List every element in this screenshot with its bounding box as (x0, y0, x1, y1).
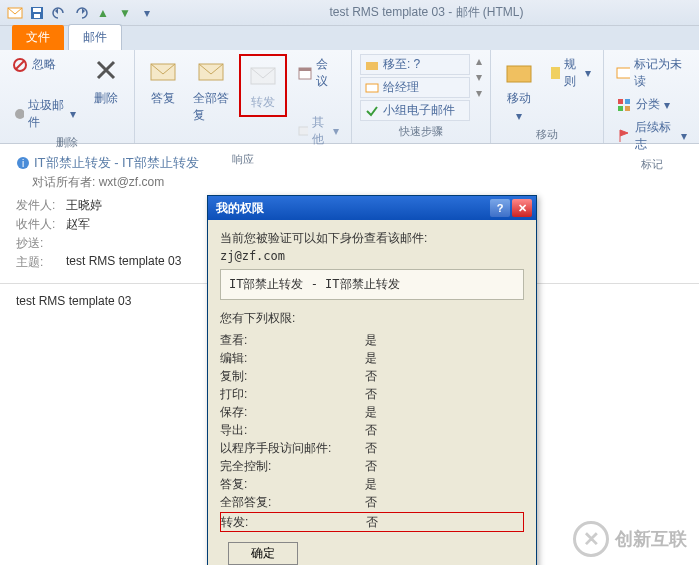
watermark-text: 创新互联 (615, 527, 687, 551)
next-icon[interactable]: ▼ (116, 4, 134, 22)
svg-rect-20 (618, 106, 623, 111)
perm-v: 否 (365, 367, 377, 385)
restriction-banner: i IT部禁止转发 - IT部禁止转发 (16, 154, 683, 172)
other-icon (297, 123, 308, 139)
svg-text:i: i (22, 158, 24, 169)
dialog-intro: 当前您被验证可以如下身份查看该邮件: (220, 230, 524, 247)
perm-k: 转发: (221, 513, 366, 531)
chevron-down-icon: ▾ (70, 107, 76, 121)
tab-file[interactable]: 文件 (12, 25, 64, 50)
reply-label: 答复 (151, 90, 175, 107)
undo-icon[interactable] (50, 4, 68, 22)
categorize-button[interactable]: 分类▾ (612, 94, 691, 115)
perm-v: 否 (365, 421, 377, 439)
categorize-icon (616, 97, 632, 113)
svg-rect-3 (34, 14, 40, 18)
to-label: 收件人: (16, 216, 66, 233)
meeting-button[interactable]: 会议 (293, 54, 343, 92)
chevron-down-icon: ▾ (585, 66, 591, 80)
delete-label: 删除 (94, 90, 118, 107)
reply-all-icon (195, 56, 227, 88)
owner-row: 对话所有者: wxt@zf.com (32, 174, 683, 191)
chevron-down-icon: ▾ (333, 124, 339, 138)
subject-label: 主题: (16, 254, 66, 271)
qs-to-manager-label: 给经理 (383, 79, 419, 96)
chevron-down-icon: ▾ (681, 129, 687, 143)
mark-unread-button[interactable]: 标记为未读 (612, 54, 691, 92)
chevron-down-icon: ▾ (516, 109, 522, 123)
dialog-title-text: 我的权限 (216, 200, 264, 217)
restriction-text: IT部禁止转发 - IT部禁止转发 (34, 154, 199, 172)
svg-rect-11 (299, 68, 311, 71)
qs-team-mail[interactable]: 小组电子邮件 (360, 100, 470, 121)
info-icon: i (16, 156, 30, 170)
perm-v: 是 (365, 349, 377, 367)
reply-all-button[interactable]: 全部答复 (189, 54, 233, 126)
svg-rect-17 (617, 68, 630, 78)
perm-k: 以程序手段访问邮件: (220, 439, 365, 457)
perm-v: 否 (365, 439, 377, 457)
forward-highlight: 转发 (239, 54, 287, 117)
ignore-button[interactable]: 忽略 (8, 54, 80, 75)
followup-button[interactable]: 后续标志▾ (612, 117, 691, 155)
reply-button[interactable]: 答复 (143, 54, 183, 109)
group-delete-label: 删除 (8, 133, 126, 152)
ignore-icon (12, 57, 28, 73)
prev-icon[interactable]: ▲ (94, 4, 112, 22)
from-value: 王晓婷 (66, 197, 102, 214)
perm-k: 编辑: (220, 349, 365, 367)
owner-label: 对话所有者: (32, 175, 99, 189)
svg-rect-12 (299, 127, 308, 135)
group-mark-label: 标记 (612, 155, 691, 174)
qs-expand-icon[interactable]: ▾ (476, 86, 482, 100)
perm-v: 否 (365, 385, 377, 403)
perm-k: 打印: (220, 385, 365, 403)
qs-to-manager[interactable]: 给经理 (360, 77, 470, 98)
ribbon: 忽略 垃圾邮件▾ 删除 删除 答复 全部答复 (0, 50, 699, 144)
move-button[interactable]: 移动 ▾ (499, 54, 539, 125)
perm-table: 查看:是 编辑:是 复制:否 打印:否 保存:是 导出:否 以程序手段访问邮件:… (220, 331, 524, 532)
qs-moveto-label: 移至: ? (383, 56, 420, 73)
rules-button[interactable]: 规则▾ (545, 54, 595, 92)
perm-k: 全部答复: (220, 493, 365, 511)
perm-v: 是 (365, 403, 377, 421)
save-icon[interactable] (28, 4, 46, 22)
perm-k: 导出: (220, 421, 365, 439)
tab-mail[interactable]: 邮件 (68, 24, 122, 50)
group-move: 移动 ▾ 规则▾ 移动 (491, 50, 604, 143)
qs-scroll-down-icon[interactable]: ▾ (476, 70, 482, 84)
perm-v: 是 (365, 475, 377, 493)
group-mark: 标记为未读 分类▾ 后续标志▾ 标记 (604, 50, 699, 143)
close-button[interactable]: ✕ (512, 199, 532, 217)
group-quicksteps: 移至: ? 给经理 小组电子邮件 ▴ ▾ ▾ 快速步骤 (352, 50, 491, 143)
group-move-label: 移动 (499, 125, 595, 144)
quick-access-toolbar: ▲ ▼ ▾ test RMS template 03 - 邮件 (HTML) (0, 0, 699, 26)
reply-all-label: 全部答复 (193, 90, 229, 124)
move-label: 移动 (507, 90, 531, 107)
ribbon-tabs: 文件 邮件 (0, 26, 699, 50)
perm-v: 否 (365, 457, 377, 475)
delete-button[interactable]: 删除 (86, 54, 126, 109)
qs-moveto[interactable]: 移至: ? (360, 54, 470, 75)
group-delete: 忽略 垃圾邮件▾ 删除 删除 (0, 50, 135, 143)
help-button[interactable]: ? (490, 199, 510, 217)
svg-rect-14 (366, 84, 378, 92)
perm-v: 是 (365, 331, 377, 349)
other-button[interactable]: 其他▾ (293, 112, 343, 150)
customize-qat-icon[interactable]: ▾ (138, 4, 156, 22)
junk-button[interactable]: 垃圾邮件▾ (8, 95, 80, 133)
categorize-label: 分类 (636, 96, 660, 113)
forward-button[interactable]: 转发 (243, 58, 283, 113)
permissions-dialog: 我的权限 ? ✕ 当前您被验证可以如下身份查看该邮件: zj@zf.com IT… (207, 195, 537, 565)
owner-value: wxt@zf.com (99, 175, 165, 189)
perm-k: 答复: (220, 475, 365, 493)
qs-scroll-up-icon[interactable]: ▴ (476, 54, 482, 68)
redo-icon[interactable] (72, 4, 90, 22)
perm-highlight-row: 转发:否 (220, 512, 524, 532)
from-label: 发件人: (16, 197, 66, 214)
svg-rect-16 (551, 67, 560, 79)
svg-rect-19 (625, 99, 630, 104)
ok-button[interactable]: 确定 (228, 542, 298, 565)
cc-label: 抄送: (16, 235, 66, 252)
perm-k: 复制: (220, 367, 365, 385)
